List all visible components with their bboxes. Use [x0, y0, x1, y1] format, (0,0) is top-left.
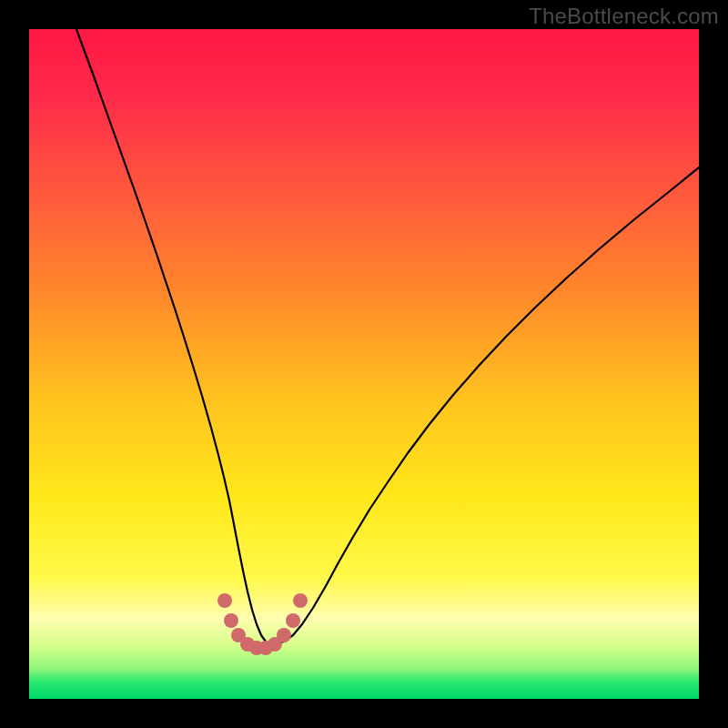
- gradient-background: [29, 29, 699, 699]
- watermark-text: TheBottleneck.com: [529, 4, 719, 29]
- trough-marker: [224, 613, 238, 628]
- trough-marker: [293, 593, 308, 608]
- chart-svg: [29, 29, 699, 699]
- outer-frame: TheBottleneck.com: [0, 0, 728, 728]
- trough-marker: [277, 628, 291, 642]
- trough-marker: [286, 613, 300, 628]
- trough-marker: [217, 593, 232, 608]
- plot-area: [29, 29, 699, 699]
